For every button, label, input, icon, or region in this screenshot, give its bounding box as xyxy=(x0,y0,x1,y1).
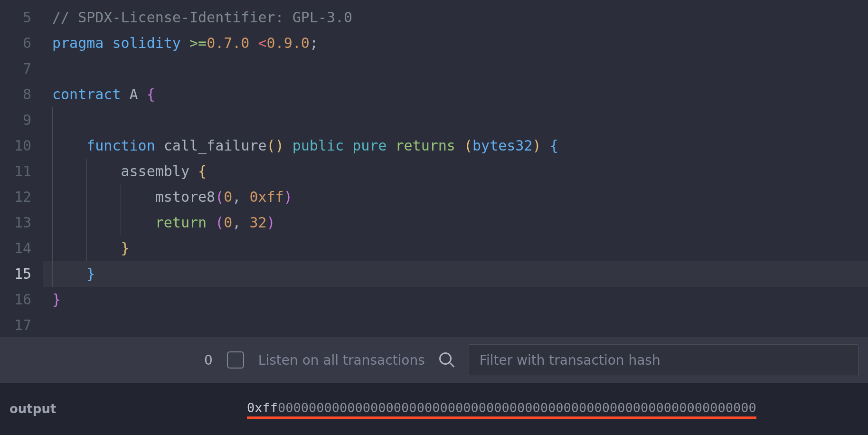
search-icon xyxy=(439,352,454,368)
output-label: output xyxy=(9,402,247,416)
listen-all-label: Listen on all transactions xyxy=(258,352,425,368)
line-number: 13 xyxy=(0,210,43,236)
code-line[interactable]: } xyxy=(43,261,868,287)
code-line[interactable] xyxy=(43,107,868,133)
code-line[interactable]: } xyxy=(43,236,868,261)
line-number-gutter: 5 6 7 8 9 10 11 12 13 14 15 16 17 xyxy=(0,0,43,337)
transaction-toolbar: 0 Listen on all transactions xyxy=(0,337,868,383)
line-number: 16 xyxy=(0,287,43,312)
line-number: 6 xyxy=(0,30,43,56)
code-line[interactable] xyxy=(43,56,868,82)
code-line[interactable]: function call_failure() public pure retu… xyxy=(43,133,868,159)
code-content[interactable]: // SPDX-License-Identifier: GPL-3.0 prag… xyxy=(43,0,868,337)
code-line[interactable]: mstore8(0, 0xff) xyxy=(43,184,868,210)
output-value[interactable]: 0xff000000000000000000000000000000000000… xyxy=(247,400,756,418)
code-line[interactable]: } xyxy=(43,287,868,312)
line-number: 14 xyxy=(0,236,43,261)
output-panel: output 0xff00000000000000000000000000000… xyxy=(0,383,868,435)
code-editor[interactable]: 5 6 7 8 9 10 11 12 13 14 15 16 17 // SPD… xyxy=(0,0,868,337)
code-line[interactable]: pragma solidity >=0.7.0 <0.9.0; xyxy=(43,30,868,56)
code-line[interactable]: contract A { xyxy=(43,82,868,107)
code-line[interactable] xyxy=(43,312,868,337)
line-number: 15 xyxy=(0,261,43,287)
comment-text: // SPDX-License-Identifier: GPL-3.0 xyxy=(52,9,352,26)
line-number: 12 xyxy=(0,184,43,210)
line-number: 10 xyxy=(0,133,43,159)
output-underline xyxy=(247,416,756,419)
code-line[interactable]: // SPDX-License-Identifier: GPL-3.0 xyxy=(43,5,868,30)
transaction-filter-input[interactable] xyxy=(469,344,859,376)
line-number: 5 xyxy=(0,5,43,30)
listen-all-checkbox[interactable] xyxy=(227,351,244,369)
code-line[interactable]: return (0, 32) xyxy=(43,210,868,236)
line-number: 8 xyxy=(0,82,43,107)
line-number: 9 xyxy=(0,107,43,133)
line-number: 17 xyxy=(0,312,43,337)
line-number: 7 xyxy=(0,56,43,82)
transaction-count: 0 xyxy=(204,352,213,368)
line-number: 11 xyxy=(0,159,43,184)
code-line[interactable]: assembly { xyxy=(43,159,868,184)
